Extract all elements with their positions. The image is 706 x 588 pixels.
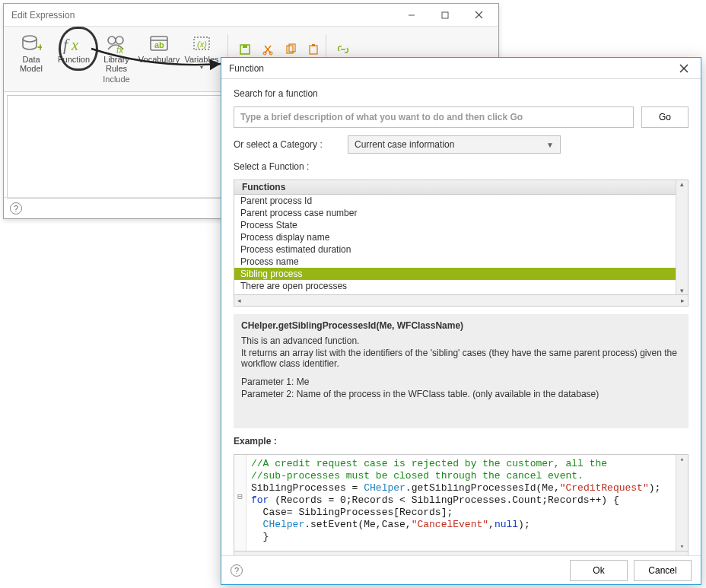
ribbon-library-rules[interactable]: fx Library Rules xyxy=(95,30,138,73)
svg-rect-21 xyxy=(310,46,317,54)
variables-icon: (x) xyxy=(191,34,212,54)
function-item[interactable]: Process name xyxy=(234,256,676,268)
scroll-up-icon: ▴ xyxy=(680,180,684,188)
scroll-right-icon: ▸ xyxy=(681,297,685,304)
function-item[interactable]: Parent process case number xyxy=(234,207,676,219)
scroll-up-icon: ▴ xyxy=(680,455,684,463)
svg-text:fx: fx xyxy=(116,45,124,54)
dialog-titlebar: Function xyxy=(221,58,701,79)
function-item[interactable]: Process estimated duration xyxy=(234,243,676,256)
maximize-button[interactable] xyxy=(428,5,462,26)
function-list: Functions Parent process IdParent proces… xyxy=(234,180,689,295)
copy-icon xyxy=(285,43,297,56)
svg-point-9 xyxy=(116,37,123,44)
close-button[interactable] xyxy=(462,5,495,26)
ribbon-label: Function xyxy=(58,56,90,65)
function-item[interactable]: There are open processes xyxy=(234,280,676,292)
link-icon xyxy=(336,42,351,57)
svg-rect-22 xyxy=(312,44,315,46)
example-label: Example : xyxy=(234,436,689,447)
minimize-button[interactable] xyxy=(395,5,428,26)
database-icon: + xyxy=(21,34,42,54)
svg-text:(x): (x) xyxy=(197,40,207,49)
maximize-icon xyxy=(441,11,449,19)
svg-point-4 xyxy=(23,36,37,42)
function-signature: CHelper.getSiblingProcessesId(Me, WFClas… xyxy=(241,320,681,331)
copy-button[interactable] xyxy=(283,42,298,57)
example-code: ⊟ //A credit request case is rejected by… xyxy=(234,454,689,551)
ribbon-group-label: Include xyxy=(103,75,129,84)
close-icon xyxy=(679,64,689,73)
scroll-left-icon: ◂ xyxy=(237,297,241,304)
chevron-down-icon: ▼ xyxy=(546,141,554,149)
vertical-scrollbar[interactable]: ▴ ▾ xyxy=(676,180,688,294)
library-icon: fx xyxy=(106,34,127,54)
paste-button[interactable] xyxy=(306,42,321,57)
svg-text:ab: ab xyxy=(154,40,164,49)
svg-text:x: x xyxy=(71,37,78,53)
dialog-footer: ? Ok Cancel xyxy=(221,555,701,584)
cancel-button[interactable]: Cancel xyxy=(634,560,692,581)
select-function-label: Select a Function : xyxy=(234,161,689,172)
search-input[interactable] xyxy=(234,106,634,128)
save-button[interactable] xyxy=(237,42,253,57)
ribbon-small-toolbar-2 xyxy=(331,30,351,57)
desc-param: Parameter 1: Me xyxy=(241,377,681,387)
dialog-title: Function xyxy=(229,63,672,74)
chevron-down-icon: ▾ xyxy=(200,65,203,71)
ribbon-data-model[interactable]: + Data Model xyxy=(10,30,52,73)
svg-text:f: f xyxy=(63,35,70,54)
ribbon-label: Library Rules xyxy=(103,56,129,73)
function-item[interactable]: Parent process Id xyxy=(234,195,676,207)
category-label: Or select a Category : xyxy=(234,139,340,150)
close-icon xyxy=(475,11,483,19)
scroll-down-icon: ▾ xyxy=(680,287,684,294)
help-icon: ? xyxy=(234,566,239,575)
function-description: CHelper.getSiblingProcessesId(Me, WFClas… xyxy=(234,314,689,428)
cut-button[interactable] xyxy=(260,42,275,57)
ribbon-small-toolbar xyxy=(233,30,321,57)
paste-icon xyxy=(307,43,320,56)
ribbon-label: Variables xyxy=(184,56,218,65)
category-select[interactable]: Current case information ▼ xyxy=(348,135,561,154)
function-item[interactable]: Sibling process xyxy=(234,268,676,280)
desc-line: This is an advanced function. xyxy=(241,335,681,346)
search-label: Search for a function xyxy=(234,88,689,99)
desc-line: It returns an array list with the identi… xyxy=(241,348,681,369)
horizontal-scrollbar[interactable]: ◂ ▸ xyxy=(234,294,689,307)
svg-rect-16 xyxy=(243,45,247,48)
help-button[interactable]: ? xyxy=(10,202,22,215)
dialog-close-button[interactable] xyxy=(672,59,696,78)
code-vertical-scrollbar[interactable]: ▴ ▾ xyxy=(676,455,688,551)
titlebar: Edit Expression xyxy=(4,4,498,27)
code-area: //A credit request case is rejected by t… xyxy=(246,455,676,551)
go-button[interactable]: Go xyxy=(641,106,689,128)
ribbon-label: Data Model xyxy=(20,56,43,73)
svg-point-8 xyxy=(108,37,116,44)
code-gutter: ⊟ xyxy=(234,455,246,551)
function-item[interactable]: Process State xyxy=(234,219,676,231)
scissors-icon xyxy=(262,43,274,56)
save-icon xyxy=(239,43,251,56)
function-item[interactable]: Process display name xyxy=(234,231,676,243)
window-title: Edit Expression xyxy=(11,10,395,21)
link-button[interactable] xyxy=(336,42,351,57)
ribbon-group-include: + Data Model f x Function xyxy=(10,30,223,84)
ribbon-function[interactable]: f x Function xyxy=(52,30,95,65)
minimize-icon xyxy=(408,11,415,19)
ribbon-vocabulary[interactable]: ab Vocabulary xyxy=(138,30,180,65)
category-value: Current case information xyxy=(355,139,454,150)
help-icon: ? xyxy=(14,204,18,213)
scroll-down-icon: ▾ xyxy=(680,542,684,551)
help-button[interactable]: ? xyxy=(231,564,243,577)
ok-button[interactable]: Ok xyxy=(570,560,628,581)
fx-icon: f x xyxy=(62,33,85,55)
function-dialog: Function Search for a function Go Or sel… xyxy=(221,57,701,585)
vocabulary-icon: ab xyxy=(148,34,170,54)
desc-param: Parameter 2: Name of the process in the … xyxy=(241,389,681,399)
ribbon-label: Vocabulary xyxy=(138,56,180,65)
ribbon-variables[interactable]: (x) Variables ▾ xyxy=(180,30,223,71)
svg-rect-1 xyxy=(442,12,448,18)
function-list-header: Functions xyxy=(234,180,676,195)
svg-text:+: + xyxy=(37,41,42,53)
